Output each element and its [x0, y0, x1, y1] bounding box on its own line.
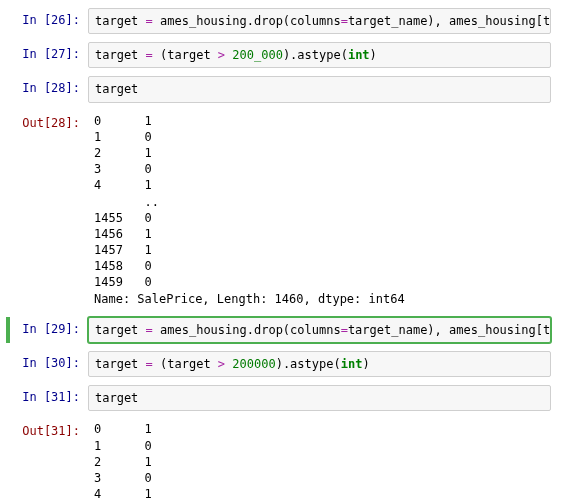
code-input[interactable]: target — [88, 385, 551, 411]
in-prompt: In [31]: — [10, 385, 88, 405]
input-cell: In [29]:target = ames_housing.drop(colum… — [6, 317, 551, 343]
notebook-container: In [26]:target = ames_housing.drop(colum… — [10, 8, 551, 500]
input-cell: In [30]:target = (target > 200000).astyp… — [10, 351, 551, 377]
code-input[interactable]: target — [88, 76, 551, 102]
in-prompt: In [30]: — [10, 351, 88, 371]
in-prompt: In [28]: — [10, 76, 88, 96]
in-prompt: In [26]: — [10, 8, 88, 28]
code-input[interactable]: target = (target > 200000).astype(int) — [88, 351, 551, 377]
out-prompt: Out[28]: — [10, 111, 88, 131]
code-input[interactable]: target = ames_housing.drop(columns=targe… — [88, 317, 551, 343]
code-input[interactable]: target = ames_housing.drop(columns=targe… — [88, 8, 551, 34]
input-cell: In [26]:target = ames_housing.drop(colum… — [10, 8, 551, 34]
out-prompt: Out[31]: — [10, 419, 88, 439]
code-input[interactable]: target = (target > 200_000).astype(int) — [88, 42, 551, 68]
output-text: 0 1 1 0 2 1 3 0 4 1 .. 1455 0 1456 1 145… — [88, 419, 551, 500]
output-text: 0 1 1 0 2 1 3 0 4 1 .. 1455 0 1456 1 145… — [88, 111, 551, 309]
input-cell: In [28]:target — [10, 76, 551, 102]
output-cell: Out[31]:0 1 1 0 2 1 3 0 4 1 .. 1455 0 14… — [10, 419, 551, 500]
input-cell: In [27]:target = (target > 200_000).asty… — [10, 42, 551, 68]
input-cell: In [31]:target — [10, 385, 551, 411]
in-prompt: In [29]: — [10, 317, 88, 337]
in-prompt: In [27]: — [10, 42, 88, 62]
output-cell: Out[28]:0 1 1 0 2 1 3 0 4 1 .. 1455 0 14… — [10, 111, 551, 309]
